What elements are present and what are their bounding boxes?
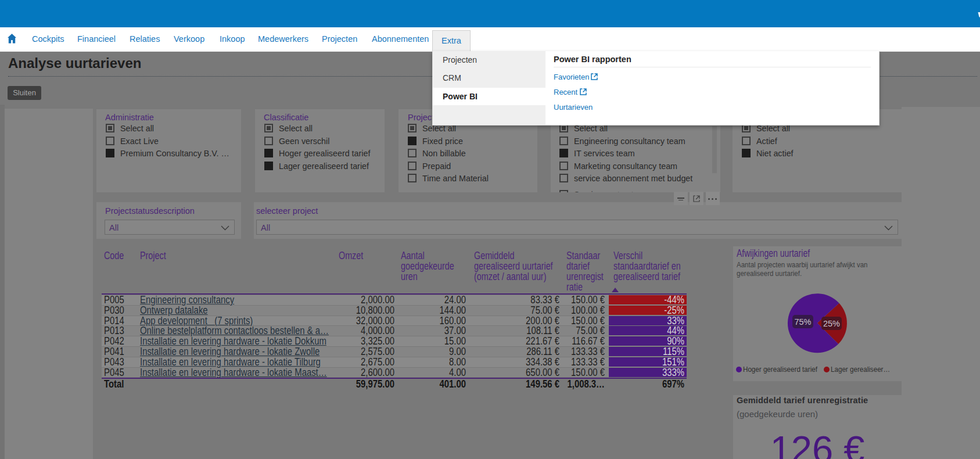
svg-text:75%: 75% bbox=[794, 317, 811, 327]
svg-text:25%: 25% bbox=[823, 319, 840, 328]
